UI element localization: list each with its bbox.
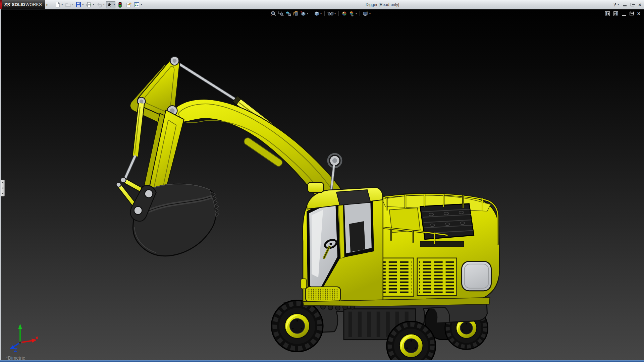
view-orientation-button[interactable]: ▾: [300, 10, 309, 17]
undo-icon: [96, 2, 102, 8]
select-button[interactable]: ▾: [106, 1, 115, 8]
view-settings-button[interactable]: ▾: [362, 10, 371, 17]
hud-separator: [360, 11, 360, 16]
titlebar: 3S SOLID WORKS ▸ ▾ ▾ ▾: [0, 0, 644, 9]
featuremanager-collapse-tab[interactable]: [1, 180, 5, 196]
heads-up-view-toolbar: ▾ ▾ ▾: [270, 10, 371, 17]
display-style-icon: [314, 11, 320, 16]
undo-dropdown-caret[interactable]: ▾: [103, 3, 104, 6]
menu-expand-arrow[interactable]: ▸: [45, 3, 51, 6]
bottom-edge-strip: [0, 360, 644, 362]
collapse-arrow-icon: [2, 182, 3, 184]
display-style-caret[interactable]: ▾: [320, 12, 322, 15]
brand-prefix: 3S: [4, 2, 11, 7]
save-button[interactable]: ▾: [75, 1, 84, 8]
select-cursor-icon: [107, 2, 113, 8]
previous-view-button[interactable]: [285, 10, 291, 17]
close-button[interactable]: ×: [638, 2, 641, 7]
edit-appearance-icon: [341, 11, 347, 16]
hud-separator: [338, 11, 339, 16]
hud-separator: [324, 11, 325, 16]
print-icon: [86, 2, 92, 8]
print-button[interactable]: ▾: [85, 1, 95, 8]
brand-regular: WORKS: [25, 2, 42, 7]
expand-featuremanager-pane-icon[interactable]: [605, 11, 610, 16]
new-dropdown-caret[interactable]: ▾: [61, 3, 63, 6]
view-orientation-caret[interactable]: ▾: [307, 12, 308, 15]
print-dropdown-caret[interactable]: ▾: [93, 3, 94, 6]
display-style-button[interactable]: ▾: [314, 10, 322, 17]
wheel-front-left[interactable]: [271, 300, 323, 352]
viewport-close-button[interactable]: ×: [637, 11, 640, 16]
open-icon: [65, 2, 71, 8]
options-icon: [134, 2, 140, 8]
minimize-button[interactable]: [623, 5, 627, 6]
view-settings-icon: [363, 11, 369, 16]
rebuild-button[interactable]: [116, 1, 124, 8]
graphics-viewport[interactable]: ▾ ▾ ▾: [0, 9, 644, 360]
select-dropdown-caret[interactable]: ▾: [113, 3, 115, 6]
sunroof-panel: [336, 190, 371, 205]
stick-cylinder[interactable]: [124, 103, 142, 181]
checkered-flag: [351, 15, 354, 16]
file-properties-icon: [125, 2, 131, 8]
restore-button[interactable]: [631, 3, 634, 6]
hide-show-items-icon: [327, 11, 334, 16]
seat: [349, 221, 365, 252]
help-dropdown-caret[interactable]: ▾: [618, 3, 619, 6]
collapse-arrow-icon: [2, 192, 3, 194]
titlebar-window-controls: ? ▾ ×: [613, 0, 641, 9]
previous-view-icon: [285, 11, 291, 16]
viewport-restore-button[interactable]: [630, 12, 634, 15]
undo-button[interactable]: ▾: [96, 1, 105, 8]
hide-show-caret[interactable]: ▾: [334, 12, 336, 15]
standard-toolbar: ▾ ▾ ▾ ▾: [54, 1, 143, 8]
zoom-to-area-button[interactable]: [278, 10, 284, 17]
zoom-to-fit-button[interactable]: [270, 10, 277, 17]
hud-separator: [311, 11, 311, 16]
open-button[interactable]: ▾: [64, 1, 74, 8]
edit-appearance-button[interactable]: [341, 10, 347, 17]
new-document-icon: [55, 2, 61, 8]
brand-bold: SOLID: [12, 2, 25, 7]
zoom-to-area-icon: [278, 11, 284, 16]
model-digger[interactable]: [1, 9, 644, 360]
engine-deck[interactable]: [364, 193, 500, 304]
file-properties-button[interactable]: [125, 1, 132, 8]
section-view-button[interactable]: [292, 10, 299, 17]
view-settings-caret[interactable]: ▾: [369, 12, 371, 15]
expand-display-pane-icon[interactable]: [613, 11, 618, 16]
zoom-to-fit-icon: [271, 11, 276, 16]
view-orientation-icon: [300, 11, 306, 16]
apply-scene-button[interactable]: ▾: [348, 10, 357, 17]
apply-scene-icon: [349, 11, 355, 16]
options-dropdown-caret[interactable]: ▾: [141, 3, 142, 6]
viewport-window-controls: ×: [605, 11, 640, 16]
orientation-triad: [5, 323, 39, 352]
collapse-arrow-icon: [2, 187, 3, 189]
document-title: Digger [Read-only]: [342, 2, 423, 7]
bucket[interactable]: [130, 184, 219, 256]
help-button[interactable]: ?: [613, 2, 616, 7]
save-icon: [75, 2, 82, 8]
hide-show-items-button[interactable]: ▾: [327, 10, 336, 17]
section-view-icon: [293, 11, 299, 16]
solidworks-logo[interactable]: 3S SOLID WORKS: [2, 0, 45, 9]
apply-scene-caret[interactable]: ▾: [356, 12, 357, 15]
open-dropdown-caret[interactable]: ▾: [72, 3, 73, 6]
save-dropdown-caret[interactable]: ▾: [82, 3, 84, 6]
options-button[interactable]: ▾: [133, 1, 143, 8]
new-document-button[interactable]: ▾: [54, 1, 63, 8]
viewport-minimize-button[interactable]: [622, 15, 626, 16]
rebuild-traffic-light-icon: [117, 2, 123, 8]
